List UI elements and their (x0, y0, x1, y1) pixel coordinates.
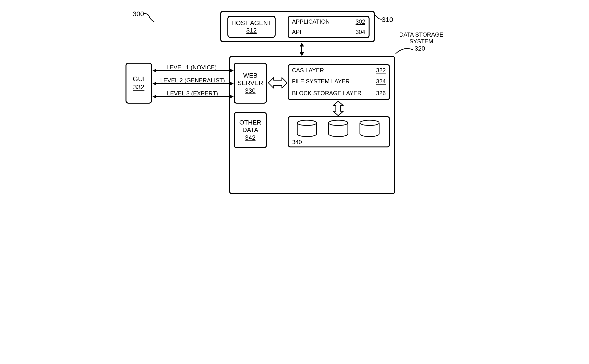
level3-label: LEVEL 3 (EXPERT) (167, 90, 218, 97)
web-server-label: WEB SERVER (238, 72, 263, 87)
web-server-ref: 330 (245, 87, 255, 94)
fs-layer-row: FILE SYSTEM LAYER 324 (288, 76, 390, 88)
gui-ref: 332 (133, 83, 145, 91)
level2-label: LEVEL 2 (GENERALIST) (160, 77, 225, 84)
host-to-storage-arrow (300, 52, 304, 56)
disk-array-ref: 340 (292, 139, 302, 146)
web-server-box: WEB SERVER 330 (234, 63, 267, 104)
cas-layer-ref: 322 (376, 67, 386, 74)
application-label: APPLICATION (292, 18, 330, 25)
data-storage-ref: 320 (415, 45, 425, 52)
level2-arrow (230, 82, 234, 85)
webserver-layers-arrow-icon (268, 76, 287, 90)
other-data-label: OTHER DATA (239, 119, 261, 134)
other-data-box: OTHER DATA 342 (234, 112, 267, 148)
api-label: API (292, 29, 301, 35)
host-agent-ref: 312 (246, 27, 257, 34)
block-layer-row: BLOCK STORAGE LAYER 326 (288, 87, 390, 100)
block-layer-ref: 326 (376, 90, 386, 97)
application-ref: 302 (356, 18, 365, 25)
gui-label: GUI (133, 75, 145, 83)
application-row: APPLICATION 302 (288, 16, 370, 27)
other-data-ref: 342 (245, 134, 255, 141)
cas-layer-label: CAS LAYER (292, 67, 324, 74)
data-storage-pointer (394, 46, 414, 56)
host-agent-label: HOST AGENT (231, 19, 271, 27)
disk-icon (359, 120, 380, 137)
svg-point-3 (329, 120, 348, 126)
level1-arrow (230, 69, 234, 72)
disk-icon (296, 120, 318, 137)
svg-point-5 (360, 120, 379, 126)
fs-layer-label: FILE SYSTEM LAYER (292, 78, 350, 85)
level3-arrow (230, 95, 234, 98)
host-agent-box: HOST AGENT 312 (227, 16, 276, 38)
disk-icon (327, 120, 349, 137)
data-storage-title: DATA STORAGE SYSTEM (395, 31, 448, 45)
fs-layer-ref: 324 (376, 78, 386, 85)
api-ref: 304 (356, 29, 365, 35)
figure-ref-label: 300 (133, 10, 144, 18)
figure-ref-pointer (144, 10, 156, 24)
level1-label: LEVEL 1 (NOVICE) (166, 64, 217, 71)
svg-point-1 (297, 120, 317, 126)
cas-layer-row: CAS LAYER 322 (288, 64, 390, 77)
figure-root: 300 310 DATA STORAGE SYSTEM 320 HOST AGE… (118, 0, 471, 218)
layers-disks-arrow-icon (332, 101, 344, 116)
api-row: API 304 (288, 26, 370, 38)
gui-box: GUI 332 (126, 63, 152, 104)
host-to-storage-arrow (301, 46, 302, 53)
block-layer-label: BLOCK STORAGE LAYER (292, 90, 362, 97)
